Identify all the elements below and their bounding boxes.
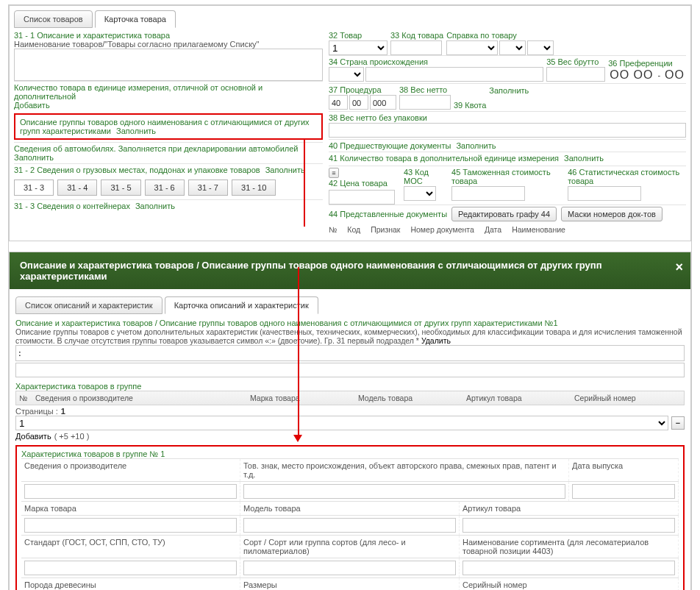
numtab-31-4[interactable]: 31 - 4 — [57, 180, 97, 196]
col-40-label: 40 Предшествующие документы — [329, 141, 451, 150]
r2-model-input[interactable] — [243, 518, 456, 533]
tab-goods-card[interactable]: Карточка товара — [95, 10, 176, 28]
group-desc-label: Описание группы товаров одного наименова… — [20, 118, 310, 135]
section-31-1-title: 31 - 1 Описание и характеристика товара — [14, 31, 323, 40]
r3-std: Стандарт (ГОСТ, ОСТ, СПП, СТО, ТУ) — [21, 536, 240, 558]
col-46-input[interactable] — [568, 186, 641, 201]
col-35-label: 35 Вес брутто — [546, 57, 605, 66]
col-32-label: 32 Товар — [329, 31, 388, 40]
col-38f-input[interactable] — [329, 123, 686, 138]
col-46-label: 46 Статистическая стоимость товара — [568, 168, 686, 185]
r1-tov: Тов. знак, место происхождения, объект а… — [240, 459, 569, 481]
col-33-input[interactable] — [390, 40, 442, 55]
panel2-breadcrumb: Описание и характеристика товаров / Опис… — [15, 319, 685, 327]
numtab-31-3[interactable]: 31 - 3 — [14, 180, 54, 196]
numtab-31-7[interactable]: 31 - 7 — [188, 180, 228, 196]
r1-date: Дата выпуска — [569, 459, 679, 481]
tab-goods-list[interactable]: Список товаров — [14, 10, 93, 28]
sprav-select-3[interactable] — [527, 40, 554, 55]
r3-sort: Сорт / Сорт или группа сортов (для лесо-… — [240, 536, 460, 558]
leg-kod: Код — [347, 225, 360, 234]
leg-naim: Наименование — [512, 225, 565, 234]
pref-oo-1: ОО ОО — [608, 68, 654, 82]
char-1-title: Характеристика товаров в группе № 1 — [21, 449, 679, 458]
col-40-fill-link[interactable]: Заполнить — [456, 141, 496, 150]
leg-nd: Номер документа — [410, 225, 474, 234]
sprav-select-1[interactable] — [446, 40, 498, 55]
th-no: № — [19, 394, 34, 402]
char-group-title: Характеристика товаров в группе — [15, 382, 685, 391]
section-31-3-fill-link[interactable]: Заполнить — [135, 202, 175, 210]
r2-mark: Марка товара — [21, 502, 240, 515]
col-37-c[interactable]: 000 — [370, 95, 396, 110]
sprav-select-2[interactable] — [499, 40, 526, 55]
col-45-label: 45 Таможенная стоимость товара — [451, 168, 559, 185]
group-colon-input[interactable]: : — [15, 345, 685, 361]
tab-desc-list[interactable]: Список описаний и характеристик — [15, 296, 162, 314]
col-34-input[interactable] — [365, 67, 543, 82]
r1-date-input[interactable] — [572, 484, 675, 499]
remove-row-button[interactable]: − — [671, 416, 685, 430]
col-41-label: 41 Количество товара в дополнительной ед… — [329, 154, 559, 163]
add-qty-link[interactable]: Добавить — [14, 101, 50, 110]
add-row-link[interactable]: Добавить — [15, 432, 51, 441]
add-row-hint: ( +5 +10 ) — [54, 432, 90, 441]
section-31-2-label: 31 - 2 Сведения о грузовых местах, поддо… — [14, 166, 260, 174]
r2-art-input[interactable] — [463, 518, 675, 533]
numtab-31-5[interactable]: 31 - 5 — [101, 180, 140, 196]
col-45-input[interactable] — [451, 186, 525, 201]
numtab-31-10[interactable]: 31 - 10 — [232, 180, 276, 196]
r1-tov-input[interactable] — [243, 484, 565, 499]
col-37-a[interactable]: 40 — [329, 95, 348, 110]
r4-ser: Серийный номер — [460, 578, 679, 590]
pages-label: Страницы : — [15, 407, 58, 416]
col-43-select[interactable] — [404, 186, 436, 201]
col-35-input[interactable] — [546, 67, 605, 82]
col-32-select[interactable]: 1 — [329, 40, 388, 55]
close-icon[interactable]: × — [675, 260, 683, 275]
pref-oo-2: ОО — [663, 68, 686, 82]
col-39-fill-link[interactable]: Заполнить — [489, 86, 529, 95]
page-select[interactable]: 1 — [15, 416, 668, 430]
goods-name-label: Наименование товаров/"Товары согласно пр… — [14, 40, 323, 49]
doc-masks-button[interactable]: Маски номеров док-тов — [561, 207, 662, 221]
col-36-label: 36 Преференции — [608, 59, 686, 68]
r3-sort-input[interactable] — [243, 561, 456, 575]
col-38-input[interactable] — [399, 95, 451, 110]
section-31-3-label: 31 - 3 Сведения о контейнерах — [14, 202, 130, 210]
group-desc-input-2[interactable] — [15, 363, 685, 377]
edit-col-44-button[interactable]: Редактировать графу 44 — [451, 207, 557, 221]
col-34-select[interactable] — [329, 67, 364, 82]
col-37-b[interactable]: 00 — [349, 95, 368, 110]
col-41-fill-link[interactable]: Заполнить — [564, 154, 604, 163]
tab-desc-card[interactable]: Карточка описаний и характеристик — [165, 296, 318, 314]
col-38-label: 38 Вес нетто — [399, 85, 451, 94]
auto-info-label: Сведения об автомобилях. Заполняется при… — [14, 144, 298, 153]
col-44-label: 44 Представленные документы — [329, 210, 447, 218]
leg-priz: Признак — [371, 225, 400, 234]
r3-std-input[interactable] — [24, 561, 237, 575]
delete-link[interactable]: Удалить — [421, 336, 451, 345]
r4-wood: Порода древесины — [21, 578, 240, 590]
r2-mark-input[interactable] — [24, 518, 237, 533]
panel2-title: Описание и характеристика товаров / Опис… — [20, 260, 602, 282]
r2-art: Артикул товара — [460, 502, 679, 515]
r1-prod: Сведения о производителе — [21, 459, 240, 481]
sprav-label: Справка по товару — [446, 31, 554, 40]
calc-icon[interactable]: ≡ — [329, 168, 339, 178]
section-31-2-fill-link[interactable]: Заполнить — [265, 166, 305, 174]
r4-size: Размеры — [240, 578, 460, 590]
r1-prod-input[interactable] — [24, 484, 237, 499]
th-prod: Сведения о производителе — [35, 394, 249, 402]
goods-name-input[interactable] — [14, 49, 323, 81]
col-34-label: 34 Страна происхождения — [329, 57, 543, 66]
col-42-label: 42 Цена товара — [329, 179, 395, 188]
group-desc-fill-link[interactable]: Заполнить — [116, 127, 156, 135]
th-ser: Серийный номер — [574, 394, 681, 402]
col-39-label: 39 Квота — [454, 101, 486, 110]
auto-fill-link[interactable]: Заполнить — [14, 153, 54, 162]
panel2-note: Описание группы товаров с учетом дополни… — [15, 327, 685, 345]
numtab-31-6[interactable]: 31 - 6 — [145, 180, 185, 196]
col-42-input[interactable] — [329, 190, 395, 205]
r3-naim-input[interactable] — [463, 561, 675, 575]
